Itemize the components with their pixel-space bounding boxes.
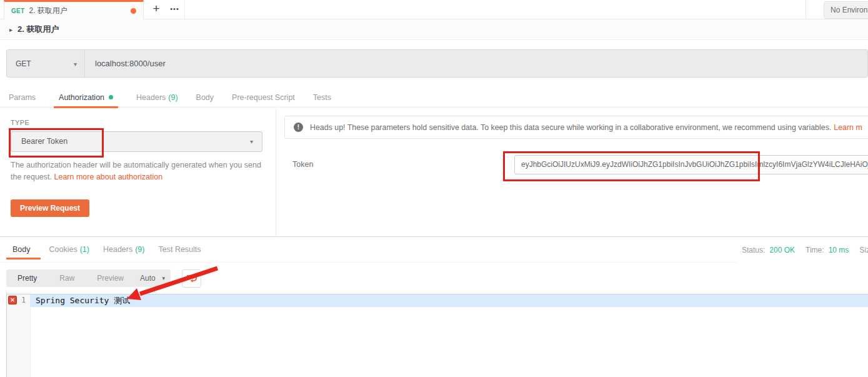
warning-icon: !	[294, 123, 303, 132]
tab-title: 2. 获取用户	[29, 6, 126, 16]
tab-label: Authorization	[59, 93, 104, 102]
url-bar: GET ▾ localhost:8000/user	[6, 49, 868, 78]
time-label: Time:	[806, 246, 824, 254]
auth-panel-divider	[276, 108, 276, 236]
heads-up-text: Heads up! These parameters hold sensitiv…	[310, 123, 831, 132]
line-number: 1	[21, 296, 26, 304]
tab-count: (9)	[135, 245, 144, 254]
tab-label: Headers	[103, 245, 132, 254]
tab-params[interactable]: Params	[9, 88, 36, 108]
method-dropdown[interactable]: GET ▾	[7, 50, 84, 77]
learn-more-variables-link[interactable]: Learn m	[834, 123, 862, 132]
view-raw[interactable]: Raw	[48, 269, 86, 287]
response-tab-body[interactable]: Body	[7, 239, 36, 259]
response-body-text[interactable]: Spring Security 测试	[36, 295, 130, 306]
chevron-down-icon: ▾	[162, 269, 165, 287]
preview-request-button[interactable]: Preview Request	[11, 199, 89, 217]
environment-selector[interactable]: No Environ	[824, 1, 868, 19]
tab-prerequest-script[interactable]: Pre-request Script	[232, 88, 295, 108]
learn-more-auth-link[interactable]: Learn more about authorization	[54, 173, 163, 181]
format-value: Auto	[140, 274, 156, 283]
body-view-switch: Pretty Raw Preview	[6, 269, 135, 287]
token-label: Token	[292, 160, 313, 169]
editor-gutter	[7, 292, 31, 377]
view-preview[interactable]: Preview	[86, 269, 135, 287]
chevron-down-icon: ▾	[250, 132, 253, 151]
heads-up-banner: ! Heads up! These parameters hold sensit…	[284, 116, 868, 139]
tab-label: Pre-request Script	[232, 93, 295, 102]
auth-type-dropdown[interactable]: Bearer Token ▾	[11, 131, 262, 152]
selected-line-highlight	[30, 294, 868, 307]
token-input[interactable]: eyJhbGciOiJIUzUxMiJ9.eyJzdWIiOiJhZG1pbiI…	[514, 155, 868, 174]
collapse-caret-icon[interactable]: ▸	[9, 26, 12, 33]
wrap-lines-button[interactable]	[182, 269, 201, 288]
tab-method-badge: GET	[11, 8, 24, 14]
wrap-lines-icon	[186, 274, 197, 283]
auth-helper-text: The authorization header will be automat…	[11, 159, 262, 183]
tab-label: Tests	[313, 93, 331, 102]
chevron-down-icon: ▾	[74, 61, 77, 68]
tab-authorization[interactable]: Authorization	[54, 88, 118, 108]
header-divider	[806, 0, 806, 19]
request-title-row: ▸ 2. 获取用户	[0, 19, 868, 40]
unsaved-dot-icon	[131, 8, 136, 14]
request-title: 2. 获取用户	[17, 24, 59, 35]
response-tab-headers[interactable]: Headers (9)	[103, 239, 145, 259]
response-tabs: Body Cookies (1) Headers (9) Test Result…	[0, 237, 737, 263]
url-input[interactable]: localhost:8000/user	[85, 50, 166, 77]
method-value: GET	[16, 59, 31, 68]
request-tabs: Params Authorization Headers (9) Body Pr…	[0, 88, 868, 108]
more-tabs-button[interactable]: •••	[165, 0, 185, 19]
tab-headers[interactable]: Headers (9)	[136, 88, 178, 108]
tab-label: Cookies	[49, 245, 77, 254]
tab-count: (1)	[80, 245, 89, 254]
new-tab-button[interactable]: +	[147, 0, 165, 19]
tab-count: (9)	[168, 93, 177, 102]
auth-type-value: Bearer Token	[21, 137, 67, 146]
request-tab[interactable]: GET 2. 获取用户	[4, 0, 144, 19]
tab-label: Body	[12, 245, 31, 254]
time-value: 10 ms	[829, 246, 849, 254]
response-tab-test-results[interactable]: Test Results	[158, 239, 201, 259]
status-label: Status:	[742, 246, 765, 254]
auth-set-dot-icon	[109, 95, 113, 99]
status-value: 200 OK	[769, 246, 795, 254]
tab-label: Params	[9, 93, 36, 102]
tab-label: Body	[196, 93, 214, 102]
tab-tests[interactable]: Tests	[313, 88, 331, 108]
view-pretty[interactable]: Pretty	[6, 269, 48, 287]
response-meta: Status: 200 OK Time: 10 ms Size: 3	[742, 237, 868, 263]
size-label: Size:	[859, 246, 868, 254]
parse-error-icon: ✕	[8, 296, 17, 304]
tab-body[interactable]: Body	[196, 88, 214, 108]
format-dropdown[interactable]: Auto ▾	[132, 269, 171, 287]
postman-window: GET 2. 获取用户 + ••• No Environ ▸ 2. 获取用户 G…	[0, 0, 868, 377]
tab-label: Headers	[136, 93, 166, 102]
response-tab-cookies[interactable]: Cookies (1)	[49, 239, 89, 259]
tab-label: Test Results	[158, 245, 201, 254]
auth-type-label: TYPE	[11, 119, 29, 126]
